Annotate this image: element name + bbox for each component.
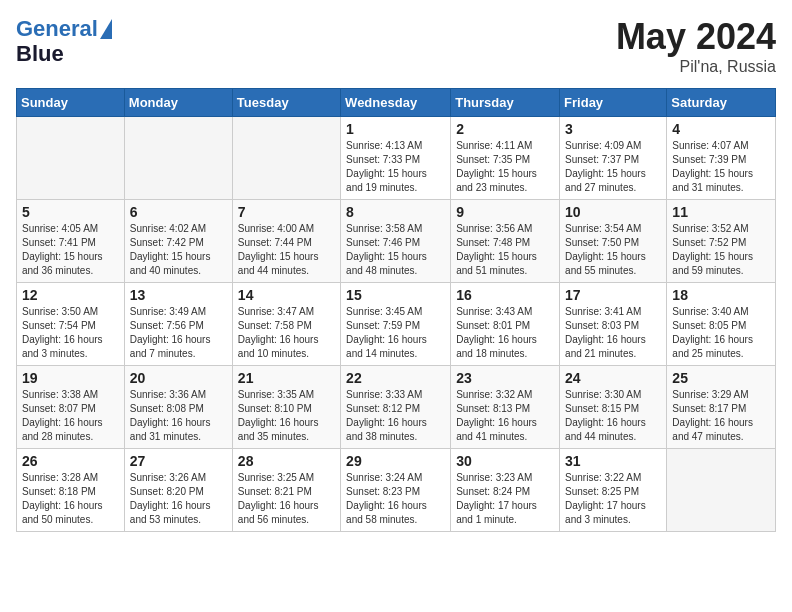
day-info: Sunrise: 3:35 AMSunset: 8:10 PMDaylight:…: [238, 388, 335, 444]
day-info: Sunrise: 4:13 AMSunset: 7:33 PMDaylight:…: [346, 139, 445, 195]
day-number: 29: [346, 453, 445, 469]
day-cell: 25Sunrise: 3:29 AMSunset: 8:17 PMDayligh…: [667, 366, 776, 449]
day-info: Sunrise: 3:28 AMSunset: 8:18 PMDaylight:…: [22, 471, 119, 527]
day-info: Sunrise: 3:32 AMSunset: 8:13 PMDaylight:…: [456, 388, 554, 444]
day-info: Sunrise: 3:40 AMSunset: 8:05 PMDaylight:…: [672, 305, 770, 361]
day-info: Sunrise: 3:43 AMSunset: 8:01 PMDaylight:…: [456, 305, 554, 361]
day-number: 25: [672, 370, 770, 386]
day-number: 19: [22, 370, 119, 386]
day-info: Sunrise: 3:25 AMSunset: 8:21 PMDaylight:…: [238, 471, 335, 527]
title-block: May 2024 Pil'na, Russia: [616, 16, 776, 76]
day-cell: 9Sunrise: 3:56 AMSunset: 7:48 PMDaylight…: [451, 200, 560, 283]
day-cell: [232, 117, 340, 200]
day-cell: [667, 449, 776, 532]
day-number: 6: [130, 204, 227, 220]
day-number: 20: [130, 370, 227, 386]
day-number: 26: [22, 453, 119, 469]
week-row-4: 19Sunrise: 3:38 AMSunset: 8:07 PMDayligh…: [17, 366, 776, 449]
day-number: 31: [565, 453, 661, 469]
day-info: Sunrise: 3:45 AMSunset: 7:59 PMDaylight:…: [346, 305, 445, 361]
day-number: 17: [565, 287, 661, 303]
week-row-1: 1Sunrise: 4:13 AMSunset: 7:33 PMDaylight…: [17, 117, 776, 200]
day-info: Sunrise: 4:05 AMSunset: 7:41 PMDaylight:…: [22, 222, 119, 278]
day-number: 9: [456, 204, 554, 220]
day-cell: 12Sunrise: 3:50 AMSunset: 7:54 PMDayligh…: [17, 283, 125, 366]
calendar-table: SundayMondayTuesdayWednesdayThursdayFrid…: [16, 88, 776, 532]
day-number: 23: [456, 370, 554, 386]
day-info: Sunrise: 4:09 AMSunset: 7:37 PMDaylight:…: [565, 139, 661, 195]
day-info: Sunrise: 3:41 AMSunset: 8:03 PMDaylight:…: [565, 305, 661, 361]
day-cell: 31Sunrise: 3:22 AMSunset: 8:25 PMDayligh…: [560, 449, 667, 532]
day-number: 30: [456, 453, 554, 469]
logo: General Blue: [16, 16, 112, 67]
day-cell: 27Sunrise: 3:26 AMSunset: 8:20 PMDayligh…: [124, 449, 232, 532]
day-cell: 15Sunrise: 3:45 AMSunset: 7:59 PMDayligh…: [341, 283, 451, 366]
day-cell: 21Sunrise: 3:35 AMSunset: 8:10 PMDayligh…: [232, 366, 340, 449]
day-number: 10: [565, 204, 661, 220]
day-info: Sunrise: 4:00 AMSunset: 7:44 PMDaylight:…: [238, 222, 335, 278]
day-cell: 18Sunrise: 3:40 AMSunset: 8:05 PMDayligh…: [667, 283, 776, 366]
day-cell: 22Sunrise: 3:33 AMSunset: 8:12 PMDayligh…: [341, 366, 451, 449]
day-cell: 24Sunrise: 3:30 AMSunset: 8:15 PMDayligh…: [560, 366, 667, 449]
day-number: 12: [22, 287, 119, 303]
page-header: General Blue May 2024 Pil'na, Russia: [16, 16, 776, 76]
weekday-header-monday: Monday: [124, 89, 232, 117]
day-info: Sunrise: 4:11 AMSunset: 7:35 PMDaylight:…: [456, 139, 554, 195]
day-info: Sunrise: 3:22 AMSunset: 8:25 PMDaylight:…: [565, 471, 661, 527]
day-info: Sunrise: 3:38 AMSunset: 8:07 PMDaylight:…: [22, 388, 119, 444]
day-number: 11: [672, 204, 770, 220]
weekday-header-sunday: Sunday: [17, 89, 125, 117]
day-cell: 26Sunrise: 3:28 AMSunset: 8:18 PMDayligh…: [17, 449, 125, 532]
day-cell: [124, 117, 232, 200]
day-number: 22: [346, 370, 445, 386]
day-number: 27: [130, 453, 227, 469]
day-info: Sunrise: 3:23 AMSunset: 8:24 PMDaylight:…: [456, 471, 554, 527]
week-row-3: 12Sunrise: 3:50 AMSunset: 7:54 PMDayligh…: [17, 283, 776, 366]
day-cell: 19Sunrise: 3:38 AMSunset: 8:07 PMDayligh…: [17, 366, 125, 449]
day-number: 1: [346, 121, 445, 137]
day-info: Sunrise: 3:56 AMSunset: 7:48 PMDaylight:…: [456, 222, 554, 278]
day-info: Sunrise: 3:58 AMSunset: 7:46 PMDaylight:…: [346, 222, 445, 278]
day-cell: 20Sunrise: 3:36 AMSunset: 8:08 PMDayligh…: [124, 366, 232, 449]
day-cell: 5Sunrise: 4:05 AMSunset: 7:41 PMDaylight…: [17, 200, 125, 283]
week-row-2: 5Sunrise: 4:05 AMSunset: 7:41 PMDaylight…: [17, 200, 776, 283]
day-number: 21: [238, 370, 335, 386]
day-info: Sunrise: 3:50 AMSunset: 7:54 PMDaylight:…: [22, 305, 119, 361]
day-info: Sunrise: 3:36 AMSunset: 8:08 PMDaylight:…: [130, 388, 227, 444]
day-number: 2: [456, 121, 554, 137]
day-info: Sunrise: 3:29 AMSunset: 8:17 PMDaylight:…: [672, 388, 770, 444]
day-number: 3: [565, 121, 661, 137]
day-info: Sunrise: 3:52 AMSunset: 7:52 PMDaylight:…: [672, 222, 770, 278]
day-info: Sunrise: 3:26 AMSunset: 8:20 PMDaylight:…: [130, 471, 227, 527]
location-title: Pil'na, Russia: [616, 58, 776, 76]
day-number: 8: [346, 204, 445, 220]
day-cell: 28Sunrise: 3:25 AMSunset: 8:21 PMDayligh…: [232, 449, 340, 532]
day-cell: 23Sunrise: 3:32 AMSunset: 8:13 PMDayligh…: [451, 366, 560, 449]
week-row-5: 26Sunrise: 3:28 AMSunset: 8:18 PMDayligh…: [17, 449, 776, 532]
day-cell: 2Sunrise: 4:11 AMSunset: 7:35 PMDaylight…: [451, 117, 560, 200]
day-number: 7: [238, 204, 335, 220]
weekday-header-row: SundayMondayTuesdayWednesdayThursdayFrid…: [17, 89, 776, 117]
day-number: 16: [456, 287, 554, 303]
weekday-header-wednesday: Wednesday: [341, 89, 451, 117]
day-cell: 6Sunrise: 4:02 AMSunset: 7:42 PMDaylight…: [124, 200, 232, 283]
day-cell: 13Sunrise: 3:49 AMSunset: 7:56 PMDayligh…: [124, 283, 232, 366]
day-number: 18: [672, 287, 770, 303]
day-info: Sunrise: 3:24 AMSunset: 8:23 PMDaylight:…: [346, 471, 445, 527]
day-number: 14: [238, 287, 335, 303]
day-cell: 17Sunrise: 3:41 AMSunset: 8:03 PMDayligh…: [560, 283, 667, 366]
day-cell: 7Sunrise: 4:00 AMSunset: 7:44 PMDaylight…: [232, 200, 340, 283]
logo-blue: Blue: [16, 41, 112, 66]
weekday-header-tuesday: Tuesday: [232, 89, 340, 117]
day-cell: 3Sunrise: 4:09 AMSunset: 7:37 PMDaylight…: [560, 117, 667, 200]
day-info: Sunrise: 3:33 AMSunset: 8:12 PMDaylight:…: [346, 388, 445, 444]
day-cell: 1Sunrise: 4:13 AMSunset: 7:33 PMDaylight…: [341, 117, 451, 200]
day-cell: 29Sunrise: 3:24 AMSunset: 8:23 PMDayligh…: [341, 449, 451, 532]
day-cell: 8Sunrise: 3:58 AMSunset: 7:46 PMDaylight…: [341, 200, 451, 283]
day-info: Sunrise: 4:07 AMSunset: 7:39 PMDaylight:…: [672, 139, 770, 195]
day-cell: 4Sunrise: 4:07 AMSunset: 7:39 PMDaylight…: [667, 117, 776, 200]
day-cell: 16Sunrise: 3:43 AMSunset: 8:01 PMDayligh…: [451, 283, 560, 366]
day-number: 4: [672, 121, 770, 137]
day-info: Sunrise: 3:47 AMSunset: 7:58 PMDaylight:…: [238, 305, 335, 361]
day-cell: 10Sunrise: 3:54 AMSunset: 7:50 PMDayligh…: [560, 200, 667, 283]
